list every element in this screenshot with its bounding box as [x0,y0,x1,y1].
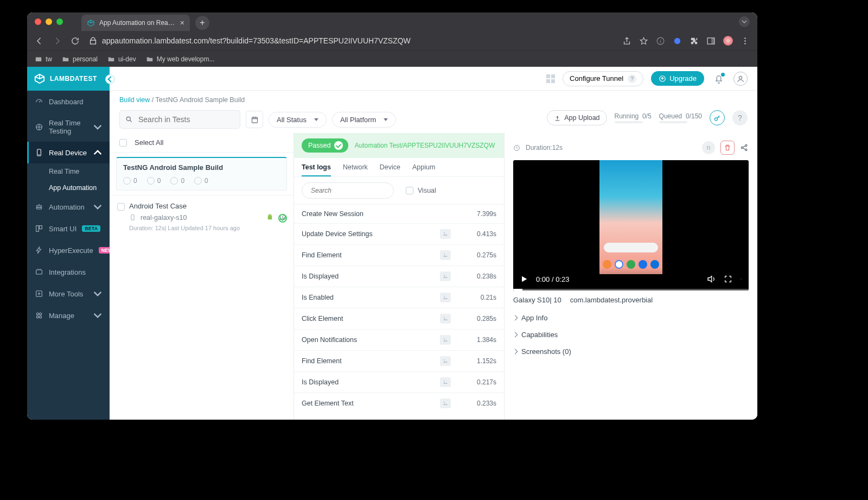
tab-appium[interactable]: Appium [412,163,435,176]
sidebar-item-real-device[interactable]: Real Device [27,142,110,163]
tab-network[interactable]: Network [343,163,368,176]
traffic-light-max[interactable] [56,18,63,25]
log-duration: 0.238s [464,273,496,280]
sidebar-item-manage[interactable]: Manage [27,305,110,326]
log-item[interactable]: Is Displayed0.238s [294,265,504,287]
kebab-icon[interactable] [740,275,742,283]
checkbox[interactable] [119,139,127,147]
notifications-icon[interactable] [712,72,726,86]
breadcrumb-root[interactable]: Build view [119,96,150,104]
status-filter[interactable]: All Status [269,112,327,128]
sidebar-item-smart-ui[interactable]: Smart UI BETA [27,218,110,239]
log-item[interactable]: Get Element Text0.233s [294,393,504,414]
network-log-icon[interactable]: n [702,141,715,154]
panel-icon[interactable] [706,36,716,46]
log-item[interactable]: Update Device Settings0.413s [294,223,504,244]
configure-tunnel-button[interactable]: Configure Tunnel ? [563,71,643,86]
select-all-row[interactable]: Select All [110,133,293,153]
tab-device[interactable]: Device [380,163,400,176]
app-upload-button[interactable]: App Upload [547,110,607,125]
video-progress[interactable] [513,289,749,290]
sidebar-item-automation[interactable]: Automation [27,196,110,218]
checkbox[interactable] [117,203,125,211]
apps-grid-icon[interactable] [546,74,555,83]
sidebar-sub-realtime[interactable]: Real Time [27,163,110,180]
log-search-input[interactable] [302,182,394,199]
star-icon[interactable] [639,36,648,46]
platform-filter[interactable]: All Platform [332,112,396,128]
screenshot-icon[interactable] [440,271,451,281]
screenshot-icon[interactable] [440,314,451,324]
traffic-light-min[interactable] [46,18,52,25]
url-field[interactable]: appautomation.lambdatest.com/test?buildi… [88,36,614,46]
puzzle-icon[interactable] [690,36,699,46]
brand-logo[interactable]: LAMBDATEST [27,67,110,91]
tab-test-logs[interactable]: Test logs [302,163,331,176]
bookmark-item[interactable]: My web developm... [146,55,215,63]
bookmark-item[interactable]: ui-dev [107,55,136,63]
share-icon[interactable] [622,36,631,46]
search-tests-input[interactable] [119,110,240,129]
screenshot-icon[interactable] [440,398,451,408]
log-duration: 0.275s [464,251,496,259]
calendar-button[interactable] [246,111,263,128]
automation-test-link[interactable]: Automation Test/APPTESPU2IIVUUH7VZSZQW [355,142,495,149]
sidebar-item-hyperexecute[interactable]: HyperExecute NEW [27,239,110,261]
lock-icon [88,36,98,46]
access-key-button[interactable] [710,110,725,125]
kebab-icon[interactable] [741,36,750,46]
log-duration: 0.233s [464,400,496,407]
screenshot-icon[interactable] [440,229,451,239]
bolt-icon [35,246,43,255]
close-tab-icon[interactable]: × [180,18,184,27]
help-button[interactable]: ? [732,110,748,125]
back-icon[interactable] [35,36,44,46]
profile-avatar[interactable] [723,36,733,46]
reload-icon[interactable] [71,36,80,46]
log-item[interactable]: Open Notifications1.384s [294,329,504,350]
sidebar-item-integrations[interactable]: Integrations [27,261,110,283]
sidebar-sub-app-automation[interactable]: App Automation [27,180,110,196]
visual-toggle[interactable]: Visual [406,187,436,194]
test-card[interactable]: Android Test Case real-galaxy-s10 10 Dur… [110,195,293,238]
accordion-capabilities[interactable]: Capabilities [513,326,749,343]
log-item[interactable]: Find Element1.152s [294,350,504,371]
build-count: 0 [170,177,184,185]
screenshot-icon[interactable] [440,293,451,302]
volume-icon[interactable] [706,274,716,284]
screenshot-icon[interactable] [440,377,451,387]
share-icon[interactable] [740,143,749,152]
user-avatar-icon[interactable] [733,72,748,86]
browser-tab[interactable]: App Automation on Real Devic × [81,15,190,31]
bookmark-item[interactable]: personal [62,55,98,63]
log-item[interactable]: Click Element0.285s [294,308,504,329]
accordion-screenshots[interactable]: Screenshots (0) [513,343,749,360]
checkbox[interactable] [406,187,413,194]
delete-button[interactable] [720,141,735,155]
new-tab-button[interactable]: + [195,16,209,30]
log-item[interactable]: Is Enabled0.21s [294,287,504,308]
screenshot-icon[interactable] [440,335,451,345]
screenshot-icon[interactable] [440,356,451,366]
fullscreen-icon[interactable] [724,275,732,283]
sidebar-item-more-tools[interactable]: More Tools [27,283,110,305]
collapse-sidebar-icon[interactable] [105,74,115,84]
build-card[interactable]: TestNG Android Sample Build 0 0 0 0 [116,157,287,191]
sidebar-item-realtime[interactable]: Real Time Testing [27,112,110,142]
bookmark-item[interactable]: tw [35,55,52,63]
window-menu[interactable] [739,16,750,27]
log-item[interactable]: Find Element0.275s [294,244,504,265]
extension-blue-icon[interactable] [673,36,682,46]
traffic-light-close[interactable] [35,18,41,25]
video-player[interactable]: 0:00 / 0:23 [513,160,749,290]
upgrade-button[interactable]: Upgrade [651,71,704,86]
log-item[interactable]: Is Displayed0.217s [294,371,504,393]
forward-icon[interactable] [53,36,62,46]
play-icon[interactable] [520,275,528,283]
chevron-down-icon [384,118,388,121]
screenshot-icon[interactable] [440,250,451,260]
log-item[interactable]: Create New Session7.399s [294,204,504,223]
sidebar-item-dashboard[interactable]: Dashboard [27,91,110,112]
accordion-app-info[interactable]: App Info [513,309,749,326]
info-icon[interactable] [656,36,665,46]
